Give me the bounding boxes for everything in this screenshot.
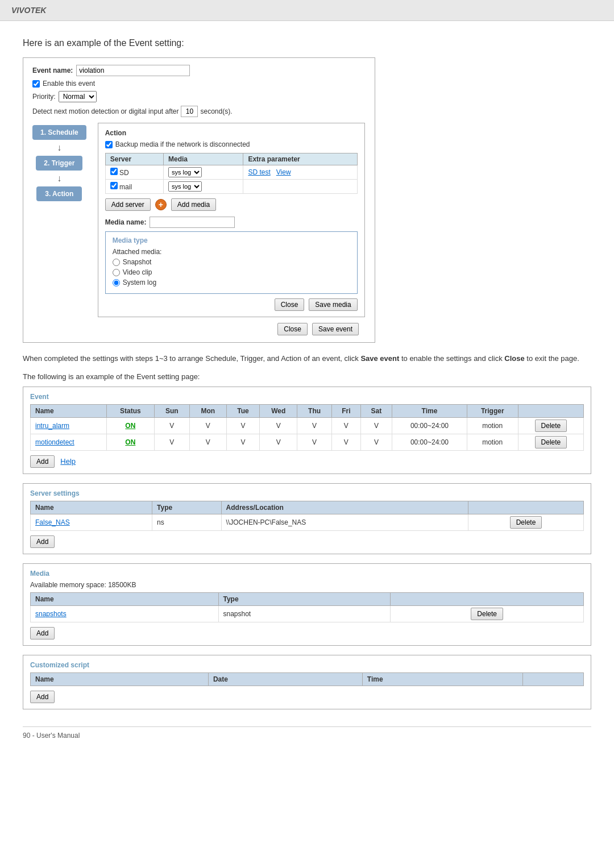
media-type-section: Media type Attached media: Snapshot Vide… [105, 231, 358, 294]
th-fri: Fri [332, 404, 361, 417]
detect-input[interactable] [181, 106, 198, 117]
priority-row: Priority: Normal High Low [32, 91, 366, 102]
mail-media-select[interactable]: sys log [168, 181, 202, 192]
sd-checkbox[interactable] [110, 168, 118, 175]
radio-syslog[interactable] [113, 279, 120, 286]
event-delete-button[interactable]: Delete [535, 420, 567, 432]
sd-view-link[interactable]: View [276, 168, 291, 176]
enable-event-label: Enable this event [43, 80, 95, 88]
event-trigger: motion [467, 417, 518, 434]
event-sat: V [360, 434, 392, 450]
server-th-name: Name [31, 501, 152, 514]
table-row: False_NAS ns \\JOCHEN-PC\False_NAS Delet… [31, 514, 584, 530]
event-trigger: motion [467, 434, 518, 450]
customized-data-table: Name Date Time [30, 672, 584, 686]
media-th-action [391, 592, 584, 605]
detect-label-before: Detect next motion detection or digital … [32, 107, 179, 115]
server-settings-box: Server settings Name Type Address/Locati… [23, 483, 591, 554]
sd-media-select[interactable]: sys log [168, 167, 202, 177]
step-action[interactable]: 3. Action [36, 186, 82, 201]
backup-checkbox[interactable] [105, 141, 113, 148]
event-mon: V [189, 434, 226, 450]
media-name-link[interactable]: snapshots [35, 610, 67, 618]
th-wed: Wed [260, 404, 297, 417]
event-status[interactable]: ON [125, 422, 135, 430]
event-tue: V [226, 417, 260, 434]
arrow-2: ↓ [57, 174, 61, 183]
save-event-button[interactable]: Save event [312, 323, 359, 335]
event-status[interactable]: ON [125, 438, 135, 446]
event-delete-cell: Delete [518, 434, 583, 450]
media-delete-button[interactable]: Delete [471, 608, 503, 620]
customized-table-header: Name Date Time [31, 672, 584, 686]
media-type-title: Media type [113, 236, 350, 244]
server-address: \\JOCHEN-PC\False_NAS [221, 514, 468, 530]
event-delete-button[interactable]: Delete [535, 436, 567, 448]
backup-label: Backup media if the network is disconnec… [115, 140, 250, 148]
custom-th-date: Date [208, 672, 362, 686]
event-delete-cell: Delete [518, 417, 583, 434]
flow-layout: 1. Schedule ↓ 2. Trigger ↓ 3. Action Act… [32, 123, 366, 317]
event-name-link[interactable]: intru_alarm [35, 422, 69, 430]
radio-snapshot[interactable] [113, 259, 120, 266]
step-schedule[interactable]: 1. Schedule [32, 125, 86, 140]
server-add-button[interactable]: Add [30, 535, 55, 548]
flow-steps: 1. Schedule ↓ 2. Trigger ↓ 3. Action [32, 123, 86, 203]
radio-videoclip-label: Video clip [123, 268, 152, 276]
server-name-link[interactable]: False_NAS [35, 518, 70, 526]
customized-section-label: Customized script [30, 661, 584, 669]
enable-event-checkbox[interactable] [32, 80, 40, 88]
mail-extra-cell [243, 180, 357, 194]
save-media-button[interactable]: Save media [309, 298, 357, 311]
server-type: ns [152, 514, 222, 530]
th-tue: Tue [226, 404, 260, 417]
radio-videoclip[interactable] [113, 269, 120, 276]
th-status: Status [106, 404, 154, 417]
media-data-table: Name Type snapshots snapshot Delete [30, 592, 584, 622]
media-table-header: Name Type [31, 592, 584, 605]
table-row: SD sys log SD test [105, 165, 357, 180]
event-example-box: Event name: Enable this event Priority: … [23, 57, 375, 343]
media-name-input[interactable] [150, 217, 235, 228]
event-fri: V [332, 434, 361, 450]
server-data-table: Name Type Address/Location False_NAS ns … [30, 501, 584, 531]
mail-checkbox-cell: mail [105, 180, 163, 194]
th-time: Time [392, 404, 467, 417]
backup-checkbox-row: Backup media if the network is disconnec… [105, 140, 358, 148]
media-name-label: Media name: [105, 218, 147, 226]
table-row: snapshots snapshot Delete [31, 605, 584, 622]
add-server-button[interactable]: Add server [105, 198, 151, 211]
custom-th-name: Name [31, 672, 209, 686]
event-sun: V [154, 417, 189, 434]
add-server-orange-btn[interactable]: + [155, 199, 167, 210]
media-add-button[interactable]: Add [30, 627, 55, 639]
outer-close-button[interactable]: Close [277, 323, 308, 335]
main-content: Here is an example of the Event setting:… [0, 32, 614, 757]
event-table-box: Event Name Status Sun Mon Tue Wed Thu Fr… [23, 387, 591, 474]
event-thu: V [297, 417, 332, 434]
th-mon: Mon [189, 404, 226, 417]
add-media-button[interactable]: Add media [171, 198, 216, 211]
sd-test-link[interactable]: SD test [248, 168, 270, 176]
event-table-header: Name Status Sun Mon Tue Wed Thu Fri Sat … [31, 404, 584, 417]
sd-media-cell: sys log [163, 165, 243, 180]
priority-select[interactable]: Normal High Low [59, 91, 97, 102]
server-table-header: Name Type Address/Location [31, 501, 584, 514]
event-add-button[interactable]: Add [30, 455, 55, 468]
detect-row: Detect next motion detection or digital … [32, 106, 366, 117]
media-th-name: Name [31, 592, 219, 605]
media-box: Media Available memory space: 18500KB Na… [23, 563, 591, 646]
step-trigger[interactable]: 2. Trigger [36, 156, 82, 171]
action-title: Action [105, 129, 358, 137]
event-wed: V [260, 434, 297, 450]
table-row: motiondetect ON V V V V V V V 00:00~24:0… [31, 434, 584, 450]
media-name-row: Media name: [105, 217, 358, 228]
following-text: The following is an example of the Event… [23, 372, 591, 381]
server-delete-button[interactable]: Delete [510, 516, 542, 529]
event-name-input[interactable] [76, 65, 190, 76]
event-help-link[interactable]: Help [60, 457, 76, 466]
mail-checkbox[interactable] [110, 182, 118, 189]
close-media-button[interactable]: Close [275, 298, 305, 311]
event-name-link[interactable]: motiondetect [35, 438, 74, 446]
custom-add-button[interactable]: Add [30, 691, 55, 703]
